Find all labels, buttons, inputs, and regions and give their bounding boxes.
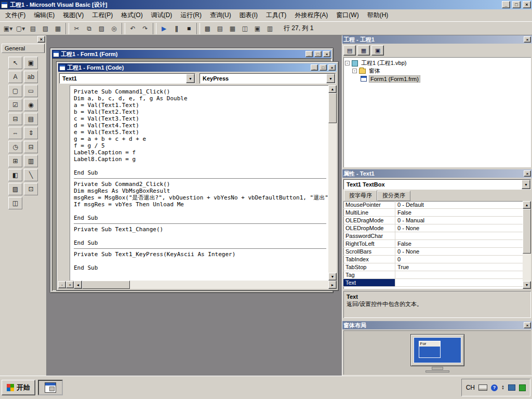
display-tray-icon[interactable] xyxy=(508,384,515,391)
property-value[interactable]: False xyxy=(395,209,523,216)
form-maximize-button[interactable]: □ xyxy=(314,51,322,57)
scroll-right-icon[interactable]: ► xyxy=(328,281,337,289)
start-button[interactable]: ▶ xyxy=(158,23,170,34)
tree-item-forms-folder[interactable]: - 窗体 xyxy=(352,67,529,75)
form-minimize-button[interactable]: _ xyxy=(305,51,313,57)
object-dropdown[interactable]: Text1 ▼ xyxy=(59,73,195,84)
label-tool-icon[interactable]: A xyxy=(8,71,22,83)
menu-item[interactable]: 查询(U) xyxy=(206,9,235,21)
tray-status-icon[interactable] xyxy=(519,384,526,391)
property-value[interactable] xyxy=(395,232,523,240)
property-value[interactable] xyxy=(395,271,523,278)
menu-item[interactable]: 视图(V) xyxy=(59,9,88,21)
form-layout-close-button[interactable]: × xyxy=(524,322,531,328)
maximize-button[interactable]: □ xyxy=(512,1,521,8)
menu-item[interactable]: 图表(I) xyxy=(235,9,262,21)
tree-item-form1[interactable]: Form1 (Form1.frm) xyxy=(361,75,529,83)
scroll-up-icon[interactable]: ▲ xyxy=(328,85,337,93)
property-value[interactable]: False xyxy=(395,240,523,247)
save-project-button[interactable]: ▦ xyxy=(52,23,64,34)
property-row[interactable]: OLEDropMode 0 - None xyxy=(343,224,523,232)
picturebox-tool-icon[interactable]: ▣ xyxy=(24,57,38,69)
scroll-down-icon[interactable]: ▼ xyxy=(328,273,337,281)
timer-tool-icon[interactable]: ◷ xyxy=(8,141,22,153)
property-row[interactable]: MousePointer 0 - Default xyxy=(343,201,523,209)
scroll-left-icon[interactable]: ◄ xyxy=(74,281,82,289)
property-row[interactable]: TabIndex 0 xyxy=(343,256,523,263)
property-row[interactable]: Tag xyxy=(343,271,523,279)
undo-button[interactable]: ↶ xyxy=(127,23,139,34)
chevron-down-icon[interactable]: ▼ xyxy=(326,74,335,83)
find-button[interactable]: ◎ xyxy=(108,23,120,34)
dirlistbox-tool-icon[interactable]: ⊞ xyxy=(8,155,22,167)
textbox-tool-icon[interactable]: ab xyxy=(24,71,38,83)
menu-item[interactable]: 编辑(E) xyxy=(30,9,59,21)
tab-alphabetic[interactable]: 按字母序 xyxy=(344,190,377,201)
code-window-titlebar[interactable]: 工程1 - Form1 (Code) _ □ × xyxy=(58,63,337,72)
pointer-tool-icon[interactable]: ↖ xyxy=(8,57,22,69)
minimize-button[interactable]: _ xyxy=(502,1,510,8)
frame-tool-icon[interactable]: ▢ xyxy=(8,85,22,97)
toolbox-general-tab[interactable]: General xyxy=(2,44,45,53)
menu-item[interactable]: 帮助(H) xyxy=(363,9,393,21)
menu-item[interactable]: 格式(O) xyxy=(117,9,147,21)
vscroll-thumb[interactable] xyxy=(328,93,337,123)
menu-item[interactable]: 窗口(W) xyxy=(332,9,363,21)
hscroll-thumb[interactable] xyxy=(82,281,130,289)
collapse-icon[interactable]: - xyxy=(345,61,350,65)
vscroll-thumb[interactable] xyxy=(523,209,531,254)
commandbutton-tool-icon[interactable]: ▭ xyxy=(24,85,38,97)
paste-button[interactable]: ▨ xyxy=(96,23,108,34)
scroll-down-icon[interactable]: ▼ xyxy=(523,281,531,289)
menu-item[interactable]: 调试(D) xyxy=(147,9,177,21)
property-value[interactable] xyxy=(395,279,523,286)
shape-tool-icon[interactable]: ◧ xyxy=(8,169,22,181)
vscrollbar-tool-icon[interactable]: ⇕ xyxy=(24,127,38,139)
chevron-down-icon[interactable]: ▼ xyxy=(186,74,195,83)
property-value[interactable]: 0 xyxy=(395,256,523,263)
event-dropdown[interactable]: KeyPress ▼ xyxy=(200,73,336,84)
scroll-up-icon[interactable]: ▲ xyxy=(523,201,531,209)
toolbar-separator[interactable] xyxy=(153,23,156,34)
properties-panel-close-button[interactable]: × xyxy=(524,170,531,177)
tree-item-project[interactable]: - 工程1 (工程1.vbp) xyxy=(345,59,529,67)
help-tray-icon[interactable]: ? xyxy=(491,384,498,391)
drivelistbox-tool-icon[interactable]: ⊟ xyxy=(24,141,38,153)
property-value[interactable]: 0 - None xyxy=(395,248,523,255)
toolbar-separator[interactable] xyxy=(196,23,200,34)
procedure-view-button[interactable]: ▫ xyxy=(58,281,66,288)
menu-editor-button[interactable]: ▤ xyxy=(27,23,39,34)
code-maximize-button[interactable]: □ xyxy=(320,64,327,71)
chevron-down-icon[interactable]: ▼ xyxy=(522,180,530,189)
optionbutton-tool-icon[interactable]: ◉ xyxy=(24,99,38,111)
code-vscrollbar[interactable]: ▲ ▼ xyxy=(328,85,337,281)
tab-categorized[interactable]: 按分类序 xyxy=(377,191,410,201)
property-row[interactable]: PasswordChar xyxy=(343,232,523,240)
property-row[interactable]: TabStop True xyxy=(343,263,523,271)
properties-vscrollbar[interactable]: ▲ ▼ xyxy=(523,201,531,289)
image-tool-icon[interactable]: ▨ xyxy=(8,183,22,195)
toolbox-close-button[interactable]: × xyxy=(37,36,45,43)
taskbar-task-vb[interactable] xyxy=(38,380,63,395)
toolbar-separator[interactable] xyxy=(122,23,125,34)
listbox-tool-icon[interactable]: ▤ xyxy=(24,113,38,125)
form-close-button[interactable]: × xyxy=(323,51,330,57)
ole-tool-icon[interactable]: ◫ xyxy=(8,197,22,209)
combobox-tool-icon[interactable]: ⊟ xyxy=(8,113,22,125)
line-tool-icon[interactable]: ╲ xyxy=(24,169,38,181)
data-tool-icon[interactable]: ⊡ xyxy=(24,183,38,195)
toggle-folders-button[interactable]: ▣ xyxy=(371,45,384,56)
property-row[interactable]: OLEDragMode 0 - Manual xyxy=(343,217,523,224)
copy-button[interactable]: ⧉ xyxy=(83,23,95,34)
toolbar-separator[interactable] xyxy=(65,23,69,34)
property-row[interactable]: RightToLeft False xyxy=(343,240,523,248)
code-minimize-button[interactable]: _ xyxy=(311,64,318,71)
close-button[interactable]: × xyxy=(523,1,531,8)
open-project-button[interactable]: ▧ xyxy=(39,23,51,34)
menu-item[interactable]: 文件(F) xyxy=(1,9,30,21)
redo-button[interactable]: ↷ xyxy=(139,23,151,34)
end-button[interactable]: ■ xyxy=(183,23,195,34)
code-hscrollbar[interactable]: ◄ ► xyxy=(74,281,337,289)
toolbox-button[interactable]: ▣ xyxy=(251,23,263,34)
filelistbox-tool-icon[interactable]: ▥ xyxy=(24,155,38,167)
